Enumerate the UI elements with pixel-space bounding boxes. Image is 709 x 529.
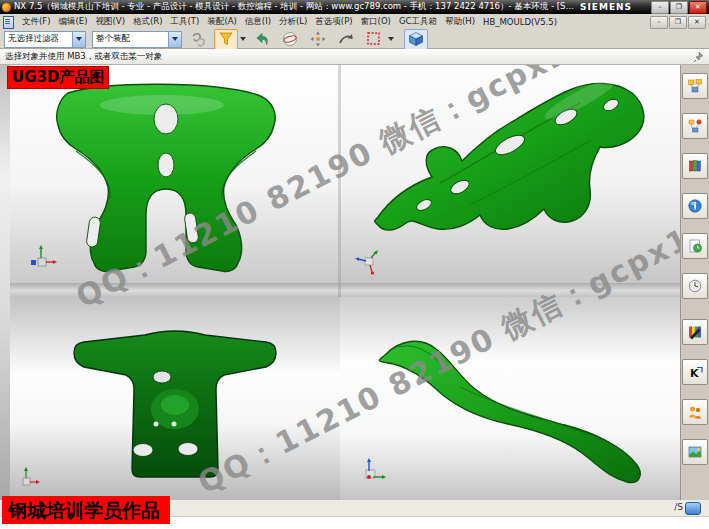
menu-hb-mould[interactable]: HB_MOULD(V5.5): [479, 16, 561, 28]
menu-gc-toolbox[interactable]: GC工具箱: [395, 15, 441, 29]
close-button[interactable]: ✕: [689, 1, 707, 14]
menu-edit[interactable]: 编辑(E): [55, 15, 92, 29]
child-close-button[interactable]: ✕: [688, 16, 706, 29]
web-browser-button[interactable]: [682, 193, 708, 219]
viewport-divider: [10, 283, 680, 297]
wcs-triad-icon: [358, 457, 388, 487]
assembly-navigator-button[interactable]: [682, 73, 708, 99]
restore-button[interactable]: ❐: [670, 1, 688, 14]
child-minimize-button[interactable]: –: [650, 16, 668, 29]
selection-scope-dropdown[interactable]: 整个装配: [92, 31, 182, 48]
nx-logo-icon: [2, 3, 11, 12]
clock-icon: [687, 278, 703, 294]
siemens-brand: SIEMENS: [580, 2, 632, 12]
menu-information[interactable]: 信息(I): [241, 15, 275, 29]
wcs-triad-icon: [28, 243, 58, 273]
window-title: NX 7.5（钢城模具山下培训 - 专业 - 产品设计 - 模具设计 - 数控编…: [14, 1, 574, 13]
menu-format[interactable]: 格式(R): [129, 15, 167, 29]
menu-help[interactable]: 帮助(H): [441, 15, 479, 29]
snap-link-icon: [189, 30, 207, 48]
menu-view[interactable]: 视图(V): [92, 15, 129, 29]
rotate-swoosh-icon: [337, 30, 355, 48]
viewport-back[interactable]: [10, 297, 340, 500]
rotate-view-button[interactable]: [334, 29, 358, 50]
rectangle-select-button[interactable]: [362, 29, 386, 50]
dropdown-caret[interactable]: [240, 37, 246, 41]
type-filter-button[interactable]: [214, 29, 238, 50]
title-bar: NX 7.5（钢城模具山下培训 - 专业 - 产品设计 - 模具设计 - 数控编…: [0, 0, 709, 14]
image-gallery-button[interactable]: [682, 439, 708, 465]
cue-line: 选择对象并使用 MB3，或者双击某一对象: [0, 49, 709, 65]
assembly-navigator-icon: [687, 78, 703, 94]
constraint-navigator-button[interactable]: [682, 113, 708, 139]
minimize-button[interactable]: –: [651, 1, 669, 14]
pan-button[interactable]: [306, 29, 330, 50]
shaded-cube-icon: [407, 30, 425, 48]
prompt-text: 选择对象并使用 MB3，或者双击某一对象: [5, 51, 162, 63]
part-front-view[interactable]: [10, 65, 340, 283]
graphics-window[interactable]: QQ：11210 82190 微信：gcpx168 QQ：11210 82190…: [10, 65, 680, 500]
system-scenes-button[interactable]: K: [682, 359, 708, 385]
status-chip-icon[interactable]: [685, 502, 701, 515]
pan-icon: [309, 30, 327, 48]
clock-button[interactable]: [682, 273, 708, 299]
orient-view-button[interactable]: [278, 29, 302, 50]
selection-filter-icon: [217, 30, 235, 48]
viewport-isometric[interactable]: [340, 65, 680, 283]
selection-filter-value: 无选择过滤器: [5, 33, 72, 45]
selection-toolbar: 无选择过滤器 整个装配: [0, 30, 709, 49]
child-restore-button[interactable]: ❐: [669, 16, 687, 29]
menu-preferences[interactable]: 首选项(P): [311, 15, 356, 29]
marquee-select-icon: [365, 30, 383, 48]
wcs-triad-icon: [14, 465, 42, 493]
shaded-view-button[interactable]: [404, 29, 428, 50]
undo-icon: [253, 30, 271, 48]
viewport-front[interactable]: [10, 65, 340, 283]
training-credit-label: 钢城培训学员作品: [2, 496, 170, 524]
constraint-navigator-icon: [687, 118, 703, 134]
image-icon: [687, 444, 703, 460]
status-right-text: /S: [674, 502, 683, 512]
history-icon: [687, 238, 703, 254]
resource-bar: K: [680, 65, 709, 500]
menu-tools[interactable]: 工具(T): [167, 15, 204, 29]
menu-analysis[interactable]: 分析(L): [275, 15, 311, 29]
svg-text:K: K: [690, 367, 699, 380]
part-back-view[interactable]: [10, 297, 340, 500]
undo-button[interactable]: [250, 29, 274, 50]
dropdown-arrow-icon[interactable]: [168, 32, 181, 47]
part-isometric-view[interactable]: [340, 65, 680, 283]
part-document-icon: [3, 16, 14, 29]
part-navigator-icon: [687, 158, 703, 174]
roles-palette-button[interactable]: [682, 319, 708, 345]
ug3d-product-label: UG3D产品图: [7, 66, 109, 89]
viewport-side[interactable]: [340, 297, 680, 500]
history-button[interactable]: [682, 233, 708, 259]
part-side-view[interactable]: [340, 297, 680, 500]
pushpin-icon[interactable]: [693, 51, 705, 63]
groups-button[interactable]: [682, 399, 708, 425]
menu-assemblies[interactable]: 装配(A): [203, 15, 240, 29]
dropdown-caret[interactable]: [388, 37, 394, 41]
dropdown-arrow-icon[interactable]: [72, 32, 85, 47]
snap-point-button[interactable]: [186, 29, 210, 50]
selection-filter-dropdown[interactable]: 无选择过滤器: [4, 31, 86, 48]
selection-scope-value: 整个装配: [93, 33, 168, 45]
wcs-triad-icon: [354, 247, 384, 277]
menu-file[interactable]: 文件(F): [18, 15, 55, 29]
people-icon: [687, 404, 703, 420]
palette-icon: [687, 324, 703, 340]
orient-sphere-icon: [281, 30, 299, 48]
web-browser-icon: [687, 198, 703, 214]
nx-application-window: NX 7.5（钢城模具山下培训 - 专业 - 产品设计 - 模具设计 - 数控编…: [0, 0, 709, 529]
menu-window[interactable]: 窗口(O): [357, 15, 395, 29]
part-navigator-button[interactable]: [682, 153, 708, 179]
workspace: QQ：11210 82190 微信：gcpx168 QQ：11210 82190…: [0, 65, 709, 500]
roles-icon: K: [687, 364, 703, 380]
